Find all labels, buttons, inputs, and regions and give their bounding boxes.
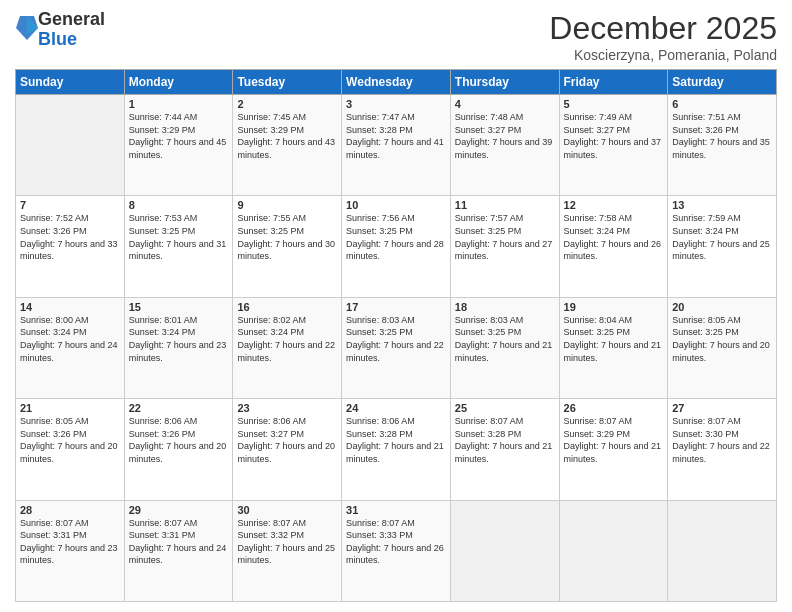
- logo-general-text: General: [38, 9, 105, 29]
- table-row: 26Sunrise: 8:07 AMSunset: 3:29 PMDayligh…: [559, 399, 668, 500]
- day-info: Sunrise: 7:53 AMSunset: 3:25 PMDaylight:…: [129, 212, 229, 262]
- day-info: Sunrise: 8:07 AMSunset: 3:32 PMDaylight:…: [237, 517, 337, 567]
- day-number: 2: [237, 98, 337, 110]
- table-row: 13Sunrise: 7:59 AMSunset: 3:24 PMDayligh…: [668, 196, 777, 297]
- logo-blue-text: Blue: [38, 29, 77, 49]
- table-row: 25Sunrise: 8:07 AMSunset: 3:28 PMDayligh…: [450, 399, 559, 500]
- day-info: Sunrise: 7:45 AMSunset: 3:29 PMDaylight:…: [237, 111, 337, 161]
- day-info: Sunrise: 7:52 AMSunset: 3:26 PMDaylight:…: [20, 212, 120, 262]
- day-number: 19: [564, 301, 664, 313]
- table-row: 22Sunrise: 8:06 AMSunset: 3:26 PMDayligh…: [124, 399, 233, 500]
- table-row: 2Sunrise: 7:45 AMSunset: 3:29 PMDaylight…: [233, 95, 342, 196]
- day-number: 12: [564, 199, 664, 211]
- day-number: 16: [237, 301, 337, 313]
- day-info: Sunrise: 8:01 AMSunset: 3:24 PMDaylight:…: [129, 314, 229, 364]
- col-monday: Monday: [124, 70, 233, 95]
- day-number: 13: [672, 199, 772, 211]
- calendar-week-3: 21Sunrise: 8:05 AMSunset: 3:26 PMDayligh…: [16, 399, 777, 500]
- day-info: Sunrise: 7:59 AMSunset: 3:24 PMDaylight:…: [672, 212, 772, 262]
- calendar-week-1: 7Sunrise: 7:52 AMSunset: 3:26 PMDaylight…: [16, 196, 777, 297]
- day-info: Sunrise: 8:03 AMSunset: 3:25 PMDaylight:…: [455, 314, 555, 364]
- day-info: Sunrise: 7:44 AMSunset: 3:29 PMDaylight:…: [129, 111, 229, 161]
- table-row: 20Sunrise: 8:05 AMSunset: 3:25 PMDayligh…: [668, 297, 777, 398]
- table-row: [668, 500, 777, 601]
- table-row: 7Sunrise: 7:52 AMSunset: 3:26 PMDaylight…: [16, 196, 125, 297]
- day-info: Sunrise: 7:58 AMSunset: 3:24 PMDaylight:…: [564, 212, 664, 262]
- day-number: 8: [129, 199, 229, 211]
- day-info: Sunrise: 8:07 AMSunset: 3:31 PMDaylight:…: [129, 517, 229, 567]
- day-info: Sunrise: 7:55 AMSunset: 3:25 PMDaylight:…: [237, 212, 337, 262]
- day-info: Sunrise: 7:49 AMSunset: 3:27 PMDaylight:…: [564, 111, 664, 161]
- day-info: Sunrise: 8:07 AMSunset: 3:28 PMDaylight:…: [455, 415, 555, 465]
- day-number: 30: [237, 504, 337, 516]
- col-saturday: Saturday: [668, 70, 777, 95]
- table-row: 16Sunrise: 8:02 AMSunset: 3:24 PMDayligh…: [233, 297, 342, 398]
- day-number: 24: [346, 402, 446, 414]
- table-row: 4Sunrise: 7:48 AMSunset: 3:27 PMDaylight…: [450, 95, 559, 196]
- col-friday: Friday: [559, 70, 668, 95]
- day-info: Sunrise: 8:06 AMSunset: 3:28 PMDaylight:…: [346, 415, 446, 465]
- day-info: Sunrise: 8:07 AMSunset: 3:30 PMDaylight:…: [672, 415, 772, 465]
- table-row: 3Sunrise: 7:47 AMSunset: 3:28 PMDaylight…: [342, 95, 451, 196]
- day-number: 9: [237, 199, 337, 211]
- day-number: 26: [564, 402, 664, 414]
- day-number: 20: [672, 301, 772, 313]
- day-number: 21: [20, 402, 120, 414]
- logo-icon: [16, 14, 38, 42]
- day-number: 28: [20, 504, 120, 516]
- table-row: 15Sunrise: 8:01 AMSunset: 3:24 PMDayligh…: [124, 297, 233, 398]
- header: General Blue December 2025 Koscierzyna, …: [15, 10, 777, 63]
- calendar-table: Sunday Monday Tuesday Wednesday Thursday…: [15, 69, 777, 602]
- day-number: 3: [346, 98, 446, 110]
- table-row: 10Sunrise: 7:56 AMSunset: 3:25 PMDayligh…: [342, 196, 451, 297]
- table-row: 14Sunrise: 8:00 AMSunset: 3:24 PMDayligh…: [16, 297, 125, 398]
- day-number: 23: [237, 402, 337, 414]
- day-info: Sunrise: 8:04 AMSunset: 3:25 PMDaylight:…: [564, 314, 664, 364]
- table-row: 11Sunrise: 7:57 AMSunset: 3:25 PMDayligh…: [450, 196, 559, 297]
- page: General Blue December 2025 Koscierzyna, …: [0, 0, 792, 612]
- month-title: December 2025: [549, 10, 777, 47]
- table-row: 28Sunrise: 8:07 AMSunset: 3:31 PMDayligh…: [16, 500, 125, 601]
- day-info: Sunrise: 8:07 AMSunset: 3:33 PMDaylight:…: [346, 517, 446, 567]
- day-number: 22: [129, 402, 229, 414]
- table-row: 19Sunrise: 8:04 AMSunset: 3:25 PMDayligh…: [559, 297, 668, 398]
- day-number: 27: [672, 402, 772, 414]
- day-number: 31: [346, 504, 446, 516]
- day-info: Sunrise: 8:06 AMSunset: 3:26 PMDaylight:…: [129, 415, 229, 465]
- day-info: Sunrise: 7:56 AMSunset: 3:25 PMDaylight:…: [346, 212, 446, 262]
- day-info: Sunrise: 8:05 AMSunset: 3:25 PMDaylight:…: [672, 314, 772, 364]
- day-info: Sunrise: 8:06 AMSunset: 3:27 PMDaylight:…: [237, 415, 337, 465]
- table-row: 31Sunrise: 8:07 AMSunset: 3:33 PMDayligh…: [342, 500, 451, 601]
- day-number: 14: [20, 301, 120, 313]
- col-thursday: Thursday: [450, 70, 559, 95]
- day-number: 6: [672, 98, 772, 110]
- table-row: 9Sunrise: 7:55 AMSunset: 3:25 PMDaylight…: [233, 196, 342, 297]
- day-number: 4: [455, 98, 555, 110]
- day-info: Sunrise: 7:47 AMSunset: 3:28 PMDaylight:…: [346, 111, 446, 161]
- table-row: 30Sunrise: 8:07 AMSunset: 3:32 PMDayligh…: [233, 500, 342, 601]
- day-number: 5: [564, 98, 664, 110]
- day-number: 7: [20, 199, 120, 211]
- day-number: 18: [455, 301, 555, 313]
- table-row: 17Sunrise: 8:03 AMSunset: 3:25 PMDayligh…: [342, 297, 451, 398]
- logo: General Blue: [15, 10, 105, 50]
- table-row: 18Sunrise: 8:03 AMSunset: 3:25 PMDayligh…: [450, 297, 559, 398]
- day-number: 10: [346, 199, 446, 211]
- table-row: 21Sunrise: 8:05 AMSunset: 3:26 PMDayligh…: [16, 399, 125, 500]
- day-info: Sunrise: 7:48 AMSunset: 3:27 PMDaylight:…: [455, 111, 555, 161]
- day-number: 25: [455, 402, 555, 414]
- header-row: Sunday Monday Tuesday Wednesday Thursday…: [16, 70, 777, 95]
- day-info: Sunrise: 8:02 AMSunset: 3:24 PMDaylight:…: [237, 314, 337, 364]
- location: Koscierzyna, Pomerania, Poland: [549, 47, 777, 63]
- table-row: 8Sunrise: 7:53 AMSunset: 3:25 PMDaylight…: [124, 196, 233, 297]
- table-row: 12Sunrise: 7:58 AMSunset: 3:24 PMDayligh…: [559, 196, 668, 297]
- col-tuesday: Tuesday: [233, 70, 342, 95]
- col-wednesday: Wednesday: [342, 70, 451, 95]
- table-row: 5Sunrise: 7:49 AMSunset: 3:27 PMDaylight…: [559, 95, 668, 196]
- table-row: 6Sunrise: 7:51 AMSunset: 3:26 PMDaylight…: [668, 95, 777, 196]
- day-number: 17: [346, 301, 446, 313]
- day-info: Sunrise: 7:51 AMSunset: 3:26 PMDaylight:…: [672, 111, 772, 161]
- table-row: 23Sunrise: 8:06 AMSunset: 3:27 PMDayligh…: [233, 399, 342, 500]
- table-row: [559, 500, 668, 601]
- calendar-week-0: 1Sunrise: 7:44 AMSunset: 3:29 PMDaylight…: [16, 95, 777, 196]
